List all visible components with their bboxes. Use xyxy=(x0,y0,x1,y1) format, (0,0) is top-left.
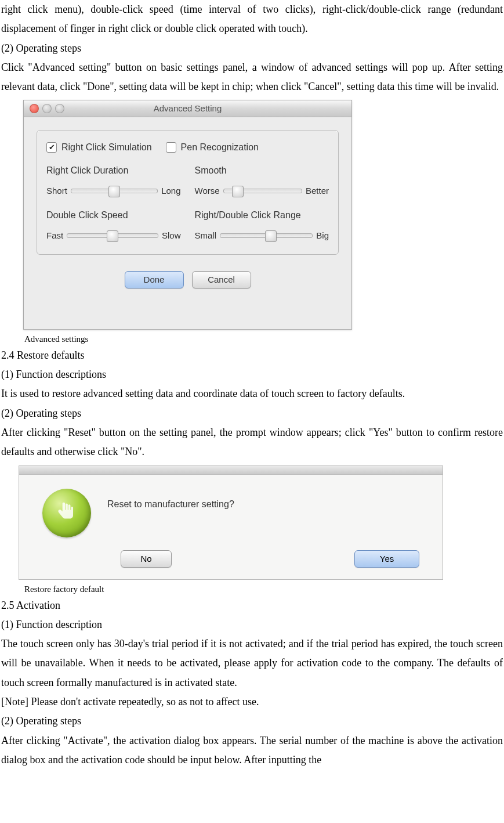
pen-recognition-checkbox[interactable] xyxy=(166,142,176,153)
slider-max-label: Big xyxy=(316,228,329,244)
double-click-speed-slider[interactable] xyxy=(67,233,158,238)
paragraph: Click "Advanced setting" button on basic… xyxy=(1,58,503,97)
yes-button[interactable]: Yes xyxy=(354,550,419,568)
function-desc-heading: (1) Function descriptions xyxy=(1,365,503,384)
window-controls xyxy=(30,104,64,113)
zoom-icon[interactable] xyxy=(55,104,64,113)
section-heading: 2.4 Restore defaults xyxy=(1,346,503,365)
dialog-titlebar: Advanced Setting xyxy=(24,100,351,117)
right-click-duration-slider[interactable] xyxy=(71,189,158,193)
settings-group: ✔ Right Click Simulation Pen Recognizati… xyxy=(37,130,339,254)
advanced-setting-dialog: Advanced Setting ✔ Right Click Simulatio… xyxy=(23,100,352,329)
section-heading: 2.5 Activation xyxy=(1,596,503,615)
paragraph: It is used to restore advanced setting d… xyxy=(1,384,503,403)
no-button[interactable]: No xyxy=(121,550,172,568)
reset-dialog: Reset to manufacturer setting? No Yes xyxy=(19,465,443,580)
checkbox-label: Pen Recognization xyxy=(181,139,259,156)
dialog-title: Advanced Setting xyxy=(154,103,222,113)
cancel-button[interactable]: Cancel xyxy=(192,271,251,288)
hand-svg-icon xyxy=(54,500,79,526)
slider-min-label: Worse xyxy=(195,183,220,199)
paragraph: After clicking "Reset" button on the set… xyxy=(1,423,503,462)
note: [Note] Please don't activate repeatedly,… xyxy=(1,692,503,712)
paragraph: The touch screen only has 30-day's trial… xyxy=(1,634,503,692)
slider-max-label: Slow xyxy=(162,228,181,244)
close-icon[interactable] xyxy=(30,104,39,113)
hand-icon xyxy=(42,489,91,537)
ops-steps-heading: (2) Operating steps xyxy=(1,39,503,58)
slider-min-label: Short xyxy=(46,183,67,199)
slider-label: Smooth xyxy=(195,162,329,179)
slider-max-label: Long xyxy=(161,183,180,199)
done-button[interactable]: Done xyxy=(125,271,184,288)
slider-label: Right/Double Click Range xyxy=(195,207,329,224)
slider-label: Right Click Duration xyxy=(46,162,181,179)
slider-max-label: Better xyxy=(306,183,329,199)
minimize-icon[interactable] xyxy=(42,104,52,113)
smooth-slider[interactable] xyxy=(223,189,302,193)
reset-message: Reset to manufacturer setting? xyxy=(107,496,234,513)
slider-label: Double Click Speed xyxy=(46,207,181,224)
slider-min-label: Fast xyxy=(46,228,63,244)
figure-caption: Advanced settings xyxy=(24,332,503,346)
click-range-slider[interactable] xyxy=(220,233,313,238)
dialog-titlebar xyxy=(19,466,443,475)
paragraph: After clicking "Activate", the activatio… xyxy=(1,731,503,770)
paragraph: right click menu), double-click speed (t… xyxy=(1,0,503,39)
ops-steps-heading: (2) Operating steps xyxy=(1,712,503,731)
checkbox-label: Right Click Simulation xyxy=(61,139,152,156)
slider-min-label: Small xyxy=(195,228,217,244)
figure-caption: Restore factory default xyxy=(24,582,503,596)
right-click-sim-checkbox[interactable]: ✔ xyxy=(46,142,57,153)
function-desc-heading: (1) Function description xyxy=(1,615,503,634)
ops-steps-heading: (2) Operating steps xyxy=(1,404,503,423)
